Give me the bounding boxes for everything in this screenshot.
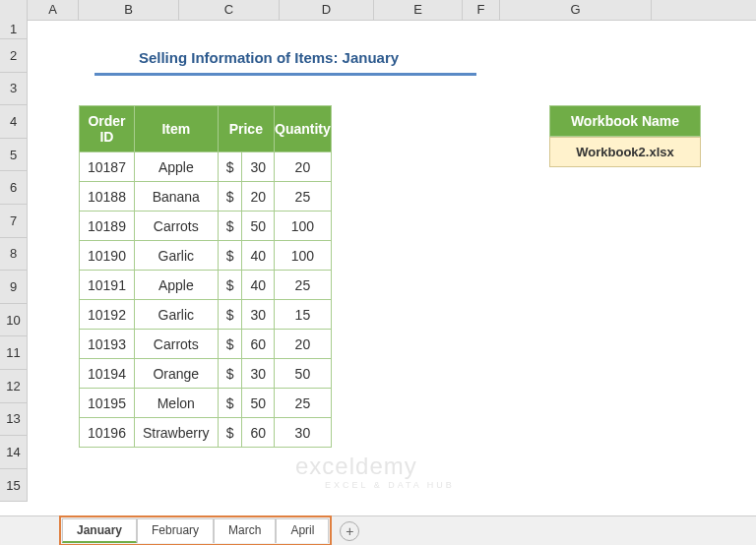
cell-quantity[interactable]: 25 <box>275 271 332 300</box>
cell-order-id[interactable]: 10193 <box>80 330 135 359</box>
cell-quantity[interactable]: 20 <box>275 330 332 359</box>
spreadsheet-grid[interactable]: A B C D E F G 1 2 3 4 5 6 7 8 9 10 11 12… <box>0 0 756 515</box>
col-header-c[interactable]: C <box>179 0 280 20</box>
cell-price-symbol[interactable]: $ <box>218 212 242 241</box>
header-quantity[interactable]: Quantity <box>275 106 332 152</box>
cell-order-id[interactable]: 10190 <box>80 241 135 271</box>
cell-price-symbol[interactable]: $ <box>218 152 242 182</box>
cell-price-value[interactable]: 50 <box>242 212 275 241</box>
cell-item[interactable]: Banana <box>134 182 218 212</box>
row-header-11[interactable]: 11 <box>0 336 28 370</box>
cell-price-symbol[interactable]: $ <box>218 241 242 271</box>
table-row: 10190 Garlic $ 40 100 <box>80 241 332 271</box>
cell-quantity[interactable]: 25 <box>275 389 332 418</box>
col-header-a[interactable]: A <box>28 0 79 20</box>
table-row: 10189 Carrots $ 50 100 <box>80 212 332 241</box>
plus-icon: + <box>346 523 353 539</box>
sheet-tab-february[interactable]: February <box>137 518 214 543</box>
workbook-name-header[interactable]: Workbook Name <box>549 105 701 137</box>
cell-price-value[interactable]: 20 <box>242 182 275 212</box>
row-header-8[interactable]: 8 <box>0 238 28 272</box>
col-header-e[interactable]: E <box>374 0 463 20</box>
cell-order-id[interactable]: 10191 <box>80 271 135 300</box>
cell-order-id[interactable]: 10192 <box>80 300 135 330</box>
row-header-2[interactable]: 2 <box>0 39 28 73</box>
cell-price-value[interactable]: 60 <box>242 418 275 448</box>
cell-quantity[interactable]: 100 <box>275 241 332 271</box>
table-row: 10194 Orange $ 30 50 <box>80 359 332 389</box>
cell-quantity[interactable]: 30 <box>275 418 332 448</box>
cell-price-symbol[interactable]: $ <box>218 418 242 448</box>
row-header-15[interactable]: 15 <box>0 469 28 503</box>
cell-item[interactable]: Garlic <box>134 241 218 271</box>
cell-quantity[interactable]: 25 <box>275 182 332 212</box>
header-price[interactable]: Price <box>218 106 274 152</box>
row-headers: 1 2 3 4 5 6 7 8 9 10 11 12 13 14 15 <box>0 20 28 502</box>
cell-price-value[interactable]: 40 <box>242 241 275 271</box>
row-header-4[interactable]: 4 <box>0 105 28 139</box>
cell-item[interactable]: Melon <box>134 389 218 418</box>
cell-price-value[interactable]: 30 <box>242 300 275 330</box>
cell-price-symbol[interactable]: $ <box>218 300 242 330</box>
cell-item[interactable]: Carrots <box>134 212 218 241</box>
row-header-3[interactable]: 3 <box>0 73 28 106</box>
cell-quantity[interactable]: 15 <box>275 300 332 330</box>
row-header-14[interactable]: 14 <box>0 436 28 469</box>
cell-price-value[interactable]: 30 <box>242 152 275 182</box>
cell-price-value[interactable]: 30 <box>242 359 275 389</box>
cell-item[interactable]: Apple <box>134 271 218 300</box>
row-header-1[interactable]: 1 <box>0 20 28 39</box>
row-header-6[interactable]: 6 <box>0 171 28 205</box>
row-header-5[interactable]: 5 <box>0 139 28 172</box>
watermark: exceldemy <box>295 453 417 480</box>
cell-item[interactable]: Apple <box>134 152 218 182</box>
new-sheet-button[interactable]: + <box>340 521 359 541</box>
tabs-highlight-box: January February March April <box>59 515 332 545</box>
cell-quantity[interactable]: 20 <box>275 152 332 182</box>
cell-item[interactable]: Strawberry <box>134 418 218 448</box>
row-header-10[interactable]: 10 <box>0 304 28 337</box>
cell-price-value[interactable]: 60 <box>242 330 275 359</box>
row-header-9[interactable]: 9 <box>0 271 28 304</box>
cell-price-symbol[interactable]: $ <box>218 330 242 359</box>
col-header-f[interactable]: F <box>463 0 500 20</box>
cell-quantity[interactable]: 100 <box>275 212 332 241</box>
cell-price-symbol[interactable]: $ <box>218 182 242 212</box>
col-header-g[interactable]: G <box>500 0 652 20</box>
select-all-corner[interactable] <box>0 0 28 20</box>
col-header-d[interactable]: D <box>280 0 374 20</box>
cell-order-id[interactable]: 10188 <box>80 182 135 212</box>
column-headers: A B C D E F G <box>0 0 756 21</box>
page-title[interactable]: Selling Information of Items: January <box>101 49 436 66</box>
workbook-name-value[interactable]: Workbook2.xlsx <box>549 137 701 167</box>
cell-price-value[interactable]: 40 <box>242 271 275 300</box>
header-order-id[interactable]: Order ID <box>80 106 135 152</box>
cell-order-id[interactable]: 10187 <box>80 152 135 182</box>
row-header-13[interactable]: 13 <box>0 403 28 437</box>
cell-price-value[interactable]: 50 <box>242 389 275 418</box>
col-header-b[interactable]: B <box>79 0 179 20</box>
cell-price-symbol[interactable]: $ <box>218 359 242 389</box>
row-header-7[interactable]: 7 <box>0 205 28 238</box>
row-header-12[interactable]: 12 <box>0 370 28 403</box>
cell-order-id[interactable]: 10196 <box>80 418 135 448</box>
cell-order-id[interactable]: 10195 <box>80 389 135 418</box>
sheet-tabs-bar: January February March April + <box>0 515 756 545</box>
cell-item[interactable]: Orange <box>134 359 218 389</box>
cell-item[interactable]: Carrots <box>134 330 218 359</box>
cell-order-id[interactable]: 10189 <box>80 212 135 241</box>
header-item[interactable]: Item <box>134 106 218 152</box>
cell-price-symbol[interactable]: $ <box>218 389 242 418</box>
cell-quantity[interactable]: 50 <box>275 359 332 389</box>
cell-order-id[interactable]: 10194 <box>80 359 135 389</box>
table-row: 10193 Carrots $ 60 20 <box>80 330 332 359</box>
sheet-tab-april[interactable]: April <box>276 518 329 543</box>
table-row: 10192 Garlic $ 30 15 <box>80 300 332 330</box>
cell-item[interactable]: Garlic <box>134 300 218 330</box>
sheet-tab-march[interactable]: March <box>214 518 276 543</box>
table-row: 10191 Apple $ 40 25 <box>80 271 332 300</box>
table-row: 10195 Melon $ 50 25 <box>80 389 332 418</box>
sheet-tab-january[interactable]: January <box>62 518 137 543</box>
table-row: 10196 Strawberry $ 60 30 <box>80 418 332 448</box>
cell-price-symbol[interactable]: $ <box>218 271 242 300</box>
